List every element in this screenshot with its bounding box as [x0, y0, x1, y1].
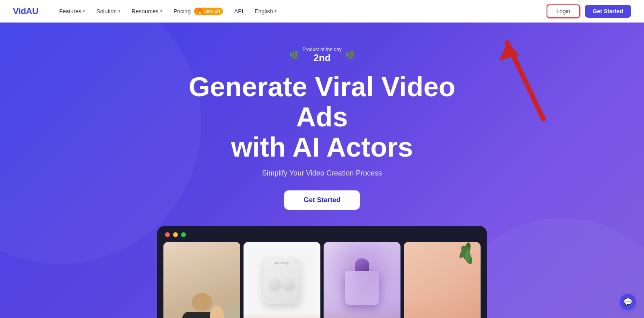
video-card-3 — [324, 242, 400, 318]
nav-solution[interactable]: Solution ▾ — [91, 6, 125, 17]
chevron-down-icon: ▾ — [83, 9, 85, 13]
dot-yellow — [173, 232, 178, 237]
laurel-right-icon: 🌿 — [345, 50, 355, 60]
nav-resources[interactable]: Resources ▾ — [127, 6, 167, 17]
chevron-down-icon: ▾ — [160, 9, 162, 13]
svg-line-0 — [507, 43, 543, 119]
hero-subtitle: Simplify Your Video Creation Process — [262, 169, 382, 178]
device-top-bar — [163, 232, 481, 237]
chevron-down-icon: ▾ — [118, 9, 120, 13]
device-mockup: momcozy — [157, 226, 487, 318]
nav-language[interactable]: English ▾ — [250, 6, 281, 17]
navbar-actions: Login Get Started — [547, 4, 631, 18]
product-day-label: Product of the day — [302, 47, 341, 52]
get-started-hero-button[interactable]: Get Started — [284, 190, 360, 210]
product-day-rank: 2nd — [302, 52, 341, 64]
nav-features[interactable]: Features ▾ — [54, 6, 90, 17]
product-of-day-badge: 🌿 Product of the day 2nd 🌿 — [289, 47, 355, 64]
nav-api[interactable]: API — [229, 6, 248, 17]
nav-pricing[interactable]: Pricing 🔥 50% off — [169, 5, 228, 17]
video-card-2: momcozy — [244, 242, 320, 318]
brand-logo[interactable]: VidAU — [13, 6, 38, 17]
hero-title: Generate Viral Video Ads with AI Actors — [161, 72, 483, 162]
hero-section: 🌿 Product of the day 2nd 🌿 Generate Vira… — [0, 23, 644, 318]
svg-marker-1 — [499, 43, 519, 61]
get-started-nav-button[interactable]: Get Started — [585, 5, 631, 18]
annotation-arrow — [483, 31, 564, 123]
dot-green — [181, 232, 186, 237]
chat-button[interactable]: 💬 — [620, 294, 636, 310]
pricing-discount-badge: 🔥 50% off — [194, 8, 223, 15]
dot-red — [165, 232, 170, 237]
laurel-left-icon: 🌿 — [289, 50, 299, 60]
chat-icon: 💬 — [623, 297, 632, 306]
nav-menu: Features ▾ Solution ▾ Resources ▾ Pricin… — [54, 5, 547, 17]
chevron-down-icon: ▾ — [275, 9, 277, 13]
video-card-4 — [404, 242, 481, 318]
device-screen: momcozy — [163, 242, 481, 318]
navbar: VidAU Features ▾ Solution ▾ Resources ▾ … — [0, 0, 644, 23]
video-card-1 — [163, 242, 240, 318]
login-button[interactable]: Login — [547, 4, 580, 18]
fire-icon: 🔥 — [197, 8, 203, 14]
